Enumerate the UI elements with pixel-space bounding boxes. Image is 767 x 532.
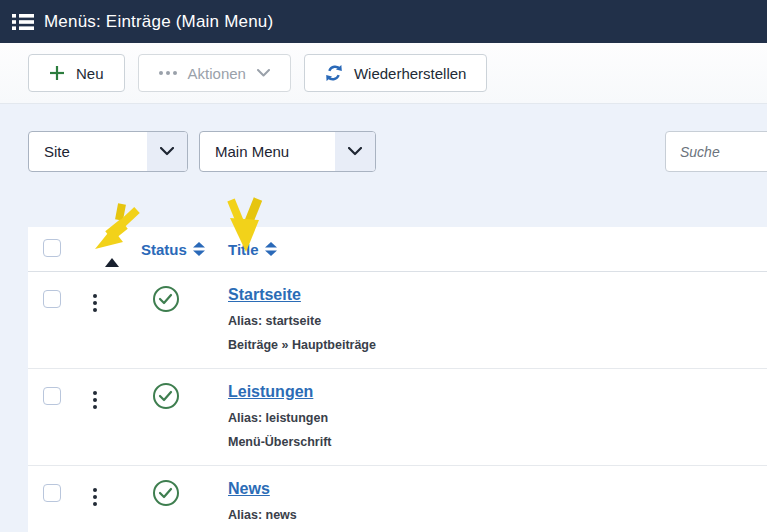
- item-alias: Alias: news: [228, 508, 767, 522]
- row-checkbox[interactable]: [43, 484, 61, 502]
- restore-button-label: Wiederherstellen: [354, 65, 467, 82]
- table-row: Startseite Alias: startseite Beiträge » …: [28, 272, 767, 369]
- item-alias: Alias: startseite: [228, 314, 767, 328]
- title-column-label: Title: [228, 241, 259, 258]
- chevron-down-icon: [257, 69, 270, 77]
- item-detail: Beiträge » Hauptbeiträge: [228, 338, 767, 352]
- sort-asc-triangle-icon: [105, 241, 119, 267]
- page-title: Menüs: Einträge (Main Menu): [44, 12, 273, 32]
- status-published-icon[interactable]: [153, 480, 179, 506]
- item-detail: Menü-Überschrift: [228, 435, 767, 449]
- table-header-row: Status Title: [28, 227, 767, 272]
- list-icon: [12, 13, 34, 31]
- actions-button-label: Aktionen: [188, 65, 246, 82]
- title-column-header[interactable]: Title: [228, 241, 277, 258]
- select-all-checkbox[interactable]: [43, 239, 61, 257]
- search-input[interactable]: [665, 131, 767, 172]
- chevron-down-icon: [335, 132, 375, 171]
- menu-item-link[interactable]: Startseite: [228, 286, 301, 304]
- table-row: Leistungen Alias: leistungen Menü-Übersc…: [28, 369, 767, 466]
- plus-icon: [49, 65, 65, 81]
- status-published-icon[interactable]: [153, 286, 179, 312]
- status-column-label: Status: [141, 241, 187, 258]
- sort-both-icon: [193, 242, 205, 256]
- menu-items-table: Status Title Startseite Alia: [28, 227, 767, 532]
- new-button[interactable]: Neu: [28, 54, 125, 92]
- status-published-icon[interactable]: [153, 383, 179, 409]
- chevron-down-icon: [147, 132, 187, 171]
- menu-filter-select[interactable]: Main Menu: [199, 131, 376, 172]
- menu-item-link[interactable]: Leistungen: [228, 383, 313, 401]
- toolbar: Neu Aktionen Wiederherstellen: [0, 43, 767, 104]
- drag-handle-icon[interactable]: [93, 488, 97, 506]
- site-filter-value: Site: [29, 143, 147, 160]
- status-column-header[interactable]: Status: [141, 241, 205, 258]
- restore-button[interactable]: Wiederherstellen: [304, 54, 488, 92]
- row-checkbox[interactable]: [43, 290, 61, 308]
- site-filter-select[interactable]: Site: [28, 131, 188, 172]
- app-header: Menüs: Einträge (Main Menu): [0, 0, 767, 43]
- menu-item-link[interactable]: News: [228, 480, 270, 498]
- ellipsis-icon: [159, 71, 177, 75]
- refresh-icon: [325, 64, 343, 82]
- menu-filter-value: Main Menu: [200, 143, 335, 160]
- drag-handle-icon[interactable]: [93, 294, 97, 312]
- sort-both-icon: [265, 242, 277, 256]
- drag-handle-icon[interactable]: [93, 391, 97, 409]
- new-button-label: Neu: [76, 65, 104, 82]
- table-row: News Alias: news: [28, 466, 767, 532]
- ordering-column-header[interactable]: [83, 241, 141, 258]
- row-checkbox[interactable]: [43, 387, 61, 405]
- item-alias: Alias: leistungen: [228, 411, 767, 425]
- actions-button[interactable]: Aktionen: [138, 54, 291, 92]
